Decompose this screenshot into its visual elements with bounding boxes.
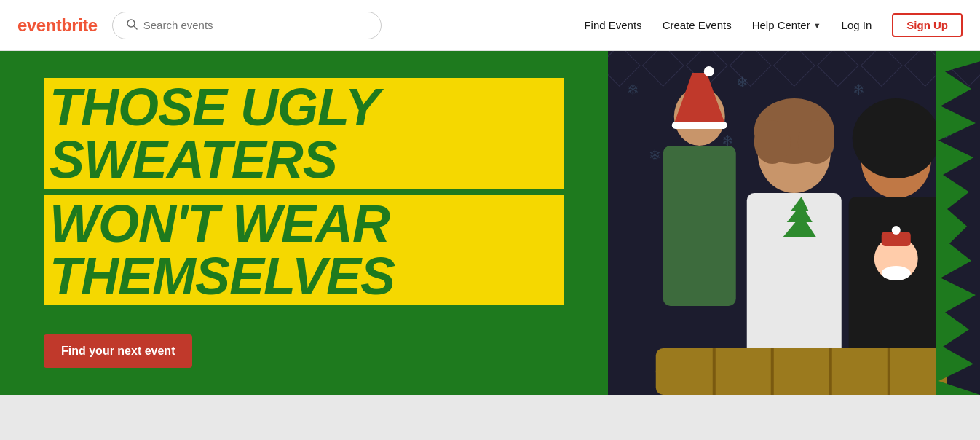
nav-find-events[interactable]: Find Events [584,19,641,31]
svg-rect-26 [663,146,735,306]
chevron-down-icon: ▼ [813,21,821,30]
header-nav: Find Events Create Events Help Center ▼ … [584,13,963,37]
headline-line1-text: THOSE UGLY SWEATERS [50,78,378,189]
below-fold [0,395,980,440]
svg-text:❄: ❄ [735,74,748,90]
nav-login[interactable]: Log In [842,19,872,31]
nav-create-events[interactable]: Create Events [663,19,732,31]
svg-text:❄: ❄ [852,82,864,98]
svg-rect-43 [655,348,947,395]
hero-left: THOSE UGLY SWEATERS WON'T WEAR THEMSELVE… [0,51,608,395]
svg-line-1 [134,26,137,29]
signup-button[interactable]: Sign Up [892,13,963,37]
svg-point-29 [754,120,790,164]
svg-point-30 [797,120,834,164]
search-icon [126,18,138,33]
header: eventbrite Find Events Create Events Hel… [0,0,980,51]
svg-point-25 [703,66,714,76]
search-input[interactable] [143,19,368,31]
hero-photo: ❄ ❄ ❄ ❄ ❄ ❄ ❄ ❄ ❄ ❄ [608,51,980,395]
hero-banner: THOSE UGLY SWEATERS WON'T WEAR THEMSELVE… [0,51,980,395]
hero-headline-line2: WON'T WEAR THEMSELVES [44,195,564,305]
search-bar[interactable] [112,12,382,39]
svg-point-36 [852,98,939,178]
help-center-label: Help Center [752,19,810,31]
svg-text:❄: ❄ [626,82,639,98]
logo[interactable]: eventbrite [17,15,98,36]
hero-right: ❄ ❄ ❄ ❄ ❄ ❄ ❄ ❄ ❄ ❄ [608,51,980,395]
svg-text:❄: ❄ [648,147,660,163]
svg-point-39 [881,266,910,280]
headline-line2-text: WON'T WEAR THEMSELVES [50,195,395,305]
find-event-button[interactable]: Find your next event [44,334,192,368]
hero-headline-line1: THOSE UGLY SWEATERS [44,78,564,189]
header-left: eventbrite [17,12,382,39]
hero-illustration: ❄ ❄ ❄ ❄ ❄ ❄ ❄ ❄ ❄ ❄ [608,51,980,395]
hero-text-block: THOSE UGLY SWEATERS WON'T WEAR THEMSELVE… [44,78,564,305]
svg-rect-24 [671,122,727,129]
svg-point-41 [891,226,900,235]
nav-help-center[interactable]: Help Center ▼ [752,19,821,31]
